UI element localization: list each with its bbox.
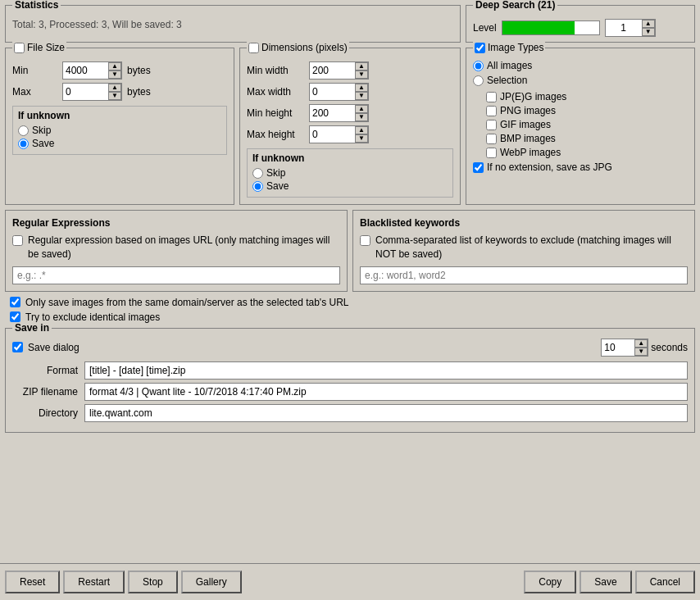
file-size-save-radio[interactable]	[18, 139, 29, 149]
max-label: Max	[12, 86, 57, 98]
bmp-checkbox[interactable]	[486, 134, 497, 144]
max-height-spinner[interactable]: ▲ ▼	[309, 125, 369, 143]
dimensions-checkbox[interactable]	[248, 43, 259, 53]
max-width-up[interactable]: ▲	[355, 84, 368, 92]
same-domain-checkbox[interactable]	[10, 297, 20, 307]
dimensions-label: Dimensions (pixels)	[261, 42, 348, 53]
gallery-button[interactable]: Gallery	[181, 570, 242, 593]
jpeg-checkbox[interactable]	[486, 92, 497, 102]
max-height-down[interactable]: ▼	[355, 134, 368, 143]
no-ext-checkbox[interactable]	[473, 162, 484, 173]
min-height-up[interactable]: ▲	[355, 105, 368, 113]
blacklist-input[interactable]	[360, 266, 688, 284]
save-in-title: Save in	[12, 322, 52, 334]
level-label: Level	[473, 22, 497, 34]
dim-skip-label: Skip	[266, 167, 285, 179]
file-size-checkbox[interactable]	[14, 43, 25, 53]
file-size-title-area: File Size	[12, 42, 66, 53]
selection-label: Selection	[487, 75, 527, 86]
max-bytes-input[interactable]	[63, 85, 108, 98]
max-bytes-spinner[interactable]: ▲ ▼	[62, 83, 122, 101]
min-height-spinner[interactable]: ▲ ▼	[309, 104, 369, 122]
image-types-checkbox[interactable]	[475, 43, 485, 53]
webp-label: WebP images	[500, 147, 561, 158]
min-height-input[interactable]	[310, 107, 355, 120]
same-domain-label: Only save images from the same domain/se…	[25, 297, 348, 308]
no-ext-label: If no extension, save as JPG	[487, 161, 612, 173]
regex-input[interactable]	[12, 266, 340, 284]
max-height-label: Max height	[247, 129, 304, 140]
max-width-down[interactable]: ▼	[355, 92, 368, 100]
zip-filename-label: ZIP filename	[12, 386, 78, 398]
directory-label: Directory	[12, 407, 78, 419]
stop-button[interactable]: Stop	[128, 570, 178, 593]
deep-search-level-input[interactable]	[606, 20, 642, 35]
max-width-input[interactable]	[310, 85, 355, 98]
file-size-if-unknown-title: If unknown	[18, 110, 221, 121]
min-bytes-unit: bytes	[127, 65, 151, 76]
exclude-identical-option: Try to exclude identical images	[10, 311, 690, 323]
all-images-radio[interactable]	[473, 61, 484, 71]
max-height-up[interactable]: ▲	[355, 126, 368, 134]
dim-save-radio[interactable]	[252, 181, 263, 192]
min-width-down[interactable]: ▼	[355, 70, 368, 79]
regex-desc: Regular expression based on images URL (…	[28, 234, 340, 261]
gif-checkbox[interactable]	[486, 120, 497, 130]
dim-skip-radio[interactable]	[252, 168, 263, 179]
selection-radio[interactable]	[473, 75, 484, 86]
restart-button[interactable]: Restart	[63, 570, 125, 593]
max-width-spinner[interactable]: ▲ ▼	[309, 83, 369, 101]
format-input[interactable]	[84, 361, 688, 380]
min-width-up[interactable]: ▲	[355, 62, 368, 70]
file-size-label: File Size	[27, 42, 65, 53]
min-bytes-up[interactable]: ▲	[108, 62, 121, 70]
directory-input[interactable]	[84, 404, 688, 422]
regex-title: Regular Expressions	[12, 217, 340, 229]
min-label: Min	[12, 65, 57, 76]
seconds-input[interactable]	[602, 341, 634, 354]
reset-button[interactable]: Reset	[5, 570, 60, 593]
jpeg-label: JP(E)G images	[500, 91, 566, 102]
all-images-label: All images	[487, 60, 532, 71]
min-bytes-input[interactable]	[63, 64, 108, 77]
max-bytes-down[interactable]: ▼	[108, 92, 121, 100]
png-checkbox[interactable]	[486, 106, 497, 116]
min-width-label: Min width	[247, 65, 304, 76]
copy-button[interactable]: Copy	[524, 570, 576, 593]
deep-search-level-spinner[interactable]: ▲ ▼	[605, 19, 656, 37]
min-height-label: Min height	[247, 107, 304, 119]
max-bytes-up[interactable]: ▲	[108, 84, 121, 92]
max-width-label: Max width	[247, 86, 304, 98]
webp-checkbox[interactable]	[486, 148, 497, 158]
cancel-button[interactable]: Cancel	[635, 570, 695, 593]
image-types-label: Image Types	[488, 42, 543, 53]
file-size-skip-radio[interactable]	[18, 125, 29, 136]
max-height-input[interactable]	[310, 128, 355, 141]
seconds-up[interactable]: ▲	[634, 339, 648, 348]
regex-checkbox[interactable]	[12, 235, 23, 246]
save-dialog-checkbox[interactable]	[12, 342, 23, 352]
save-dialog-label: Save dialog	[28, 342, 80, 353]
exclude-identical-checkbox[interactable]	[10, 311, 20, 322]
zip-filename-input[interactable]	[84, 383, 688, 401]
deep-search-progress	[502, 20, 600, 35]
seconds-down[interactable]: ▼	[634, 348, 648, 356]
gif-label: GIF images	[500, 119, 551, 130]
min-bytes-down[interactable]: ▼	[108, 70, 121, 79]
dimensions-title-area: Dimensions (pixels)	[247, 42, 349, 53]
deep-search-title: Deep Search (21)	[473, 0, 557, 11]
save-button[interactable]: Save	[580, 570, 631, 593]
seconds-spinner[interactable]: ▲ ▼ seconds	[601, 339, 688, 357]
statistics-title: Statistics	[12, 0, 61, 11]
blacklist-checkbox[interactable]	[360, 235, 370, 246]
seconds-label: seconds	[651, 342, 688, 353]
min-height-down[interactable]: ▼	[355, 113, 368, 121]
min-width-input[interactable]	[310, 64, 355, 77]
min-width-spinner[interactable]: ▲ ▼	[309, 61, 369, 80]
level-down-btn[interactable]: ▼	[642, 28, 655, 36]
level-up-btn[interactable]: ▲	[642, 20, 655, 28]
min-bytes-spinner[interactable]: ▲ ▼	[62, 61, 122, 80]
bmp-label: BMP images	[500, 133, 556, 144]
same-domain-option: Only save images from the same domain/se…	[10, 297, 690, 308]
format-label: Format	[12, 365, 78, 376]
